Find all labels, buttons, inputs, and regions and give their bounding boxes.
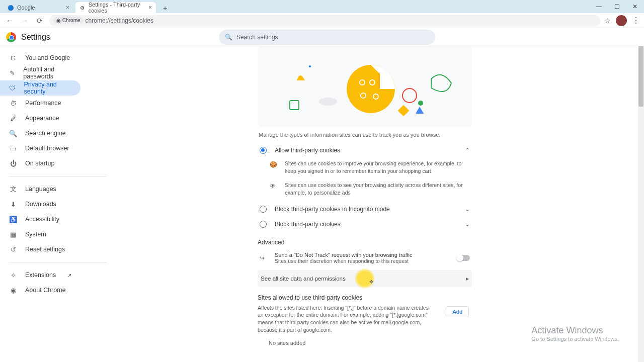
shield-icon: 🛡	[9, 84, 16, 92]
sidebar-item-autofill[interactable]: ✎Autofill and passwords	[0, 65, 80, 80]
tab-settings-cookies[interactable]: ⚙ Settings - Third-party cookies ×	[75, 2, 156, 13]
dnt-toggle[interactable]	[457, 255, 470, 261]
close-icon[interactable]: ×	[66, 4, 69, 11]
sites-allowed-title: Sites allowed to use third-party cookies	[258, 294, 472, 301]
omnibox[interactable]: ◉ Chrome chrome://settings/cookies	[49, 15, 600, 26]
svg-point-2	[309, 65, 311, 67]
person-icon: G	[9, 54, 17, 62]
sidebar-item-you-and-google[interactable]: GYou and Google	[0, 50, 80, 65]
dnt-desc: Sites use their discretion when respondi…	[275, 258, 413, 264]
radio-button[interactable]	[260, 147, 267, 154]
close-window-button[interactable]: ✕	[626, 0, 644, 13]
search-settings-input[interactable]: 🔍 Search settings	[219, 30, 435, 45]
sidebar-item-about[interactable]: ◉About Chrome	[0, 283, 80, 298]
tab-title: Google	[17, 5, 35, 11]
radio-block-incognito[interactable]: Block third-party cookies in Incognito m…	[258, 202, 472, 217]
minimize-button[interactable]: —	[590, 0, 608, 13]
sidebar-item-reset[interactable]: ↺Reset settings	[0, 242, 80, 257]
sidebar-item-downloads[interactable]: ⬇Downloads	[0, 197, 80, 212]
svg-point-1	[319, 98, 337, 106]
eye-icon: 👁	[270, 183, 279, 196]
tab-title: Settings - Third-party cookies	[89, 2, 148, 14]
tab-google[interactable]: 🔵 Google ×	[3, 2, 73, 13]
profile-avatar[interactable]	[616, 15, 627, 26]
radio-detail-1: 🍪 Sites can use cookies to improve your …	[258, 158, 472, 176]
sidebar-item-system[interactable]: ▤System	[0, 227, 80, 242]
menu-icon[interactable]: ⋮	[632, 16, 640, 25]
forward-button[interactable]: →	[19, 15, 30, 26]
do-not-track-row[interactable]: ↪ Send a "Do Not Track" request with you…	[258, 249, 472, 267]
sidebar-item-extensions[interactable]: ✧Extensions↗	[0, 267, 80, 283]
cursor-icon: ✥	[369, 279, 373, 285]
intro-text: Manage the types of information sites ca…	[259, 132, 471, 138]
add-site-button[interactable]: Add	[446, 306, 469, 317]
cursor-highlight	[355, 268, 375, 289]
svg-point-9	[418, 101, 423, 106]
chevron-right-icon: ▸	[466, 275, 469, 282]
sidebar-item-appearance[interactable]: 🖉Appearance	[0, 111, 80, 126]
cookies-hero-illustration	[258, 46, 472, 127]
download-icon: ⬇	[9, 201, 17, 208]
svg-point-8	[403, 88, 417, 103]
sites-allowed-section: Sites allowed to use third-party cookies…	[258, 294, 472, 346]
speed-icon: ⏱	[9, 100, 17, 107]
extension-icon: ✧	[9, 272, 17, 279]
accessibility-icon: ♿	[9, 216, 17, 223]
chrome-logo-icon	[6, 32, 16, 42]
sidebar-item-search-engine[interactable]: 🔍Search engine	[0, 126, 80, 141]
language-icon: 文	[9, 185, 17, 194]
paint-icon: 🖉	[9, 115, 17, 122]
page-title: Settings	[21, 33, 50, 42]
chevron-down-icon[interactable]: ⌄	[465, 221, 470, 228]
new-tab-button[interactable]: +	[160, 3, 170, 13]
radio-detail-2: 👁 Sites can use cookies to see your brow…	[258, 179, 472, 198]
chrome-icon: ◉	[9, 287, 17, 294]
search-placeholder: Search settings	[236, 34, 278, 41]
svg-rect-0	[290, 101, 299, 110]
scrollbar-thumb[interactable]	[638, 46, 643, 107]
sidebar-item-on-startup[interactable]: ⏻On startup	[0, 156, 80, 171]
chevron-up-icon[interactable]: ⌃	[465, 147, 470, 154]
open-external-icon: ↗	[67, 273, 71, 278]
bookmark-icon[interactable]: ☆	[604, 17, 611, 25]
google-icon: 🔵	[7, 4, 14, 11]
svg-marker-11	[416, 107, 424, 114]
scrollbar-track[interactable]	[638, 46, 644, 362]
autofill-icon: ✎	[9, 69, 15, 77]
chrome-icon: ◉	[56, 18, 61, 23]
gear-icon: ⚙	[79, 4, 86, 11]
advanced-section-title: Advanced	[258, 239, 472, 246]
sidebar-item-privacy-security[interactable]: 🛡Privacy and security	[0, 80, 80, 96]
sidebar-item-accessibility[interactable]: ♿Accessibility	[0, 212, 80, 227]
sites-allowed-desc: Affects the sites listed here. Inserting…	[258, 304, 429, 334]
sidebar-separator	[9, 176, 107, 176]
sidebar-separator	[9, 262, 107, 262]
radio-block-third-party[interactable]: Block third-party cookies ⌄	[258, 217, 472, 232]
search-icon: 🔍	[9, 130, 17, 137]
send-icon: ↪	[260, 254, 269, 261]
see-all-site-data-link[interactable]: See all site data and permissions ✥ ▸	[258, 270, 472, 287]
reload-button[interactable]: ⟳	[34, 15, 45, 26]
window-controls: — ☐ ✕	[590, 0, 644, 13]
sidebar-item-performance[interactable]: ⏱Performance	[0, 96, 80, 111]
maximize-button[interactable]: ☐	[608, 0, 626, 13]
radio-button[interactable]	[260, 221, 267, 228]
sidebar-item-default-browser[interactable]: ▭Default browser	[0, 141, 80, 156]
cookie-icon: 🍪	[270, 161, 279, 174]
browser-icon: ▭	[9, 145, 17, 152]
chrome-chip: ◉ Chrome	[53, 17, 84, 24]
radio-button[interactable]	[260, 206, 267, 213]
search-icon: 🔍	[225, 34, 232, 41]
chevron-down-icon[interactable]: ⌄	[465, 206, 470, 213]
windows-activation-watermark: Activate Windows Go to Settings to activ…	[531, 325, 619, 342]
back-button[interactable]: ←	[4, 15, 15, 26]
radio-allow-third-party[interactable]: Allow third-party cookies ⌃	[258, 143, 472, 158]
address-bar: ← → ⟳ ◉ Chrome chrome://settings/cookies…	[0, 13, 644, 28]
no-sites-text: No sites added	[258, 340, 472, 346]
dnt-title: Send a "Do Not Track" request with your …	[275, 252, 413, 258]
settings-sidebar: GYou and Google ✎Autofill and passwords …	[0, 46, 116, 362]
cookies-settings-content: Manage the types of information sites ca…	[258, 46, 472, 362]
sidebar-item-languages[interactable]: 文Languages	[0, 182, 80, 197]
reset-icon: ↺	[9, 246, 17, 253]
close-icon[interactable]: ×	[148, 4, 152, 11]
